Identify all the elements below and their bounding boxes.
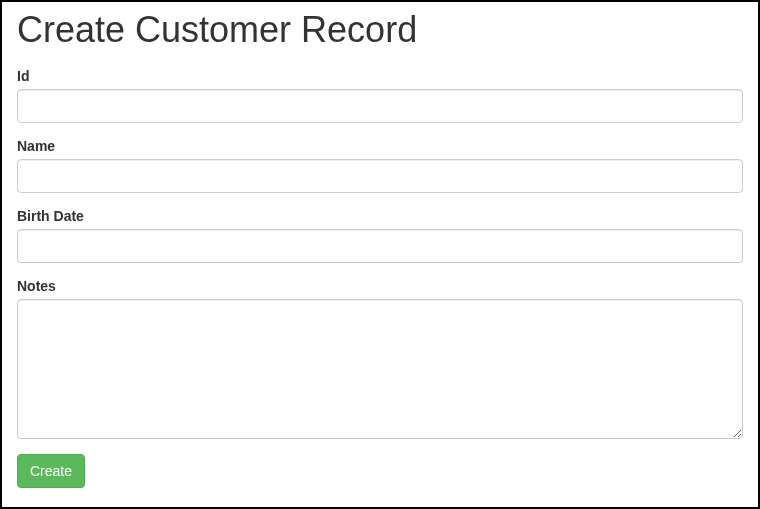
id-input[interactable] [17,89,743,123]
form-group-notes: Notes [17,278,743,439]
notes-textarea[interactable] [17,299,743,439]
birth-date-input[interactable] [17,229,743,263]
page-title: Create Customer Record [17,10,743,50]
notes-label: Notes [17,278,56,294]
form-group-id: Id [17,68,743,123]
name-input[interactable] [17,159,743,193]
form-group-name: Name [17,138,743,193]
create-button[interactable]: Create [17,454,85,488]
name-label: Name [17,138,55,154]
birth-date-label: Birth Date [17,208,84,224]
id-label: Id [17,68,29,84]
form-group-birth-date: Birth Date [17,208,743,263]
page-container: Create Customer Record Id Name Birth Dat… [0,0,760,509]
